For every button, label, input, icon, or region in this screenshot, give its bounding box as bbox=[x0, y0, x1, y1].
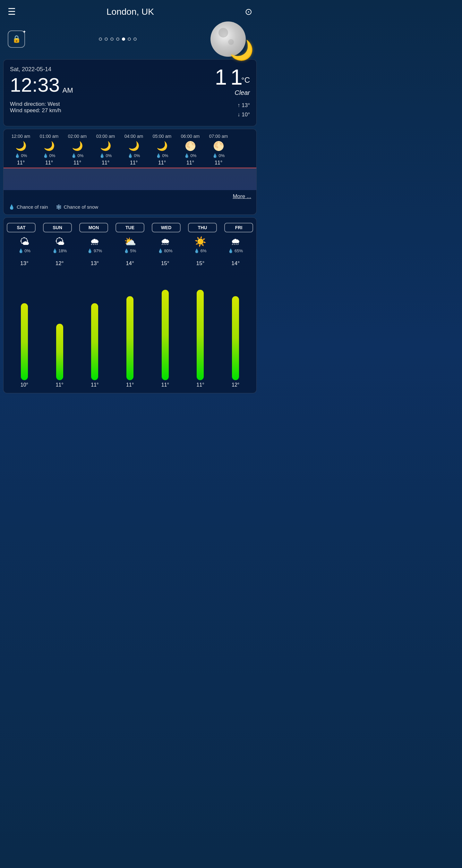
page-dot[interactable] bbox=[99, 37, 102, 41]
wind-direction: Wind direction: West bbox=[10, 101, 61, 107]
ai-badge[interactable]: 🔒 ✦ bbox=[8, 30, 25, 48]
day-tab[interactable]: THU bbox=[188, 223, 217, 232]
page-dot[interactable] bbox=[110, 37, 114, 41]
hour-col: 05:00 am 🌙 💧 0% 11° bbox=[148, 134, 176, 168]
bar-fill bbox=[21, 303, 28, 380]
low-temp: ↓ 10° bbox=[237, 110, 250, 120]
weekly-day-col: 🌤 💧 0% bbox=[7, 237, 42, 253]
bar-wrapper bbox=[56, 268, 63, 380]
bar-wrapper bbox=[126, 268, 134, 380]
day-tab[interactable]: SUN bbox=[43, 223, 72, 232]
weekly-grid: 🌤 💧 0% 🌤 💧 18% 🌧 💧 97% ⛅ 💧 5% 🌧 💧 80% ☀️… bbox=[7, 237, 253, 253]
hour-col: 04:00 am 🌙 💧 0% 11° bbox=[120, 134, 148, 168]
legend-row: 💧 Chance of rain ❄️ Chance of snow bbox=[3, 203, 256, 214]
moon-image: 🌙 bbox=[210, 22, 252, 57]
day-tabs: SATSUNMONTUEWEDTHUFRI bbox=[7, 223, 253, 232]
hour-col: 07:00 am 🌕 💧 0% 11° bbox=[204, 134, 233, 168]
snow-legend-label: Chance of snow bbox=[64, 204, 98, 210]
menu-icon[interactable]: ☰ bbox=[8, 6, 16, 17]
hour-temp: 11° bbox=[17, 160, 25, 166]
bar-high-temp: 14° bbox=[126, 260, 134, 267]
hour-weather-icon: 🌙 bbox=[100, 141, 111, 151]
hour-temp: 11° bbox=[130, 160, 138, 166]
temp-graph bbox=[3, 168, 256, 190]
sparkle-icon: ✦ bbox=[23, 29, 26, 34]
day-tab[interactable]: FRI bbox=[224, 223, 253, 232]
day-tab[interactable]: SAT bbox=[7, 223, 36, 232]
page-dot[interactable] bbox=[128, 37, 131, 41]
bar-low-temp: 11° bbox=[56, 382, 63, 388]
page-dot[interactable] bbox=[122, 37, 125, 41]
more-link[interactable]: More ... bbox=[233, 193, 251, 199]
page-dot[interactable] bbox=[134, 37, 137, 41]
bar-wrapper bbox=[232, 268, 239, 380]
bar-low-temp: 10° bbox=[21, 382, 28, 388]
hour-weather-icon: 🌙 bbox=[16, 141, 27, 151]
day-tab[interactable]: MON bbox=[79, 223, 108, 232]
date-time-row: Sat, 2022-05-14 12:33 AM 1 1°C Clear bbox=[10, 66, 250, 96]
bar-high-temp: 13° bbox=[20, 260, 29, 267]
bar-wrapper bbox=[162, 268, 169, 380]
wind-info: Wind direction: West Wind speed: 27 km/h bbox=[10, 101, 61, 120]
rain-legend: 💧 Chance of rain bbox=[9, 204, 48, 210]
day-weather-icon: ⛅ bbox=[124, 237, 136, 247]
bar-high-temp: 12° bbox=[56, 260, 64, 267]
bar-wrapper bbox=[21, 268, 28, 380]
day-tab[interactable]: WED bbox=[152, 223, 181, 232]
day-weather-icon: 🌧 bbox=[90, 237, 99, 247]
bar-col: 13° 11° bbox=[77, 256, 112, 388]
wind-speed: Wind speed: 27 km/h bbox=[10, 107, 61, 114]
hour-weather-icon: 🌕 bbox=[185, 141, 196, 151]
hour-col: 06:00 am 🌕 💧 0% 11° bbox=[176, 134, 204, 168]
temp-unit: °C bbox=[241, 75, 250, 84]
bar-low-temp: 12° bbox=[232, 382, 239, 388]
location-icon[interactable]: ⊙ bbox=[245, 6, 252, 17]
hour-label: 01:00 am bbox=[40, 134, 58, 139]
header: ☰ London, UK ⊙ bbox=[0, 0, 260, 20]
day-rain-pct: 💧 97% bbox=[87, 248, 102, 253]
hour-rain: 💧 0% bbox=[99, 153, 112, 158]
hourly-scroll[interactable]: 12:00 am 🌙 💧 0% 11° 01:00 am 🌙 💧 0% 11° … bbox=[3, 129, 256, 168]
bar-low-temp: 11° bbox=[162, 382, 169, 388]
bar-col: 15° 11° bbox=[183, 256, 218, 388]
city-title: London, UK bbox=[107, 7, 154, 17]
day-rain-pct: 💧 0% bbox=[18, 248, 30, 253]
bar-high-temp: 15° bbox=[161, 260, 169, 267]
day-tab[interactable]: TUE bbox=[115, 223, 144, 232]
day-rain-pct: 💧 65% bbox=[228, 248, 243, 253]
bar-fill bbox=[126, 296, 134, 380]
hour-temp: 11° bbox=[158, 160, 166, 166]
hour-rain: 💧 0% bbox=[184, 153, 196, 158]
bar-wrapper bbox=[91, 268, 98, 380]
hour-rain: 💧 0% bbox=[43, 153, 55, 158]
day-rain-pct: 💧 18% bbox=[52, 248, 67, 253]
page-dot[interactable] bbox=[105, 37, 108, 41]
hour-weather-icon: 🌙 bbox=[72, 141, 83, 151]
bar-area: 13° 10° 12° 11° 13° 11° 14° 11° 15° 11° … bbox=[7, 253, 253, 388]
day-weather-icon: 🌧 bbox=[231, 237, 240, 247]
time-block: 12:33 AM bbox=[10, 74, 73, 96]
day-rain-pct: 💧 6% bbox=[194, 248, 206, 253]
hour-temp: 11° bbox=[214, 160, 222, 166]
more-row[interactable]: More ... bbox=[3, 190, 256, 203]
hour-rain: 💧 0% bbox=[71, 153, 83, 158]
page-dot[interactable] bbox=[116, 37, 119, 41]
weekly-day-col: 🌧 💧 97% bbox=[77, 237, 112, 253]
day-rain-pct: 💧 5% bbox=[124, 248, 136, 253]
am-pm: AM bbox=[63, 86, 73, 94]
hour-label: 04:00 am bbox=[124, 134, 143, 139]
bar-low-temp: 11° bbox=[196, 382, 204, 388]
bar-col: 12° 11° bbox=[42, 256, 77, 388]
bar-col: 13° 10° bbox=[7, 256, 42, 388]
hour-col: 03:00 am 🌙 💧 0% 11° bbox=[91, 134, 120, 168]
hour-weather-icon: 🌕 bbox=[213, 141, 224, 151]
temp-value: 1 1 bbox=[215, 65, 241, 89]
weather-card: Sat, 2022-05-14 12:33 AM 1 1°C Clear Win… bbox=[3, 59, 257, 126]
date-label: Sat, 2022-05-14 bbox=[10, 66, 73, 73]
bar-wrapper bbox=[197, 268, 204, 380]
hour-weather-icon: 🌙 bbox=[128, 141, 140, 151]
lock-icon: 🔒 bbox=[12, 35, 21, 43]
weekly-day-col: 🌤 💧 18% bbox=[42, 237, 77, 253]
weekly-day-col: 🌧 💧 65% bbox=[218, 237, 253, 253]
date-time-block: Sat, 2022-05-14 12:33 AM bbox=[10, 66, 73, 96]
